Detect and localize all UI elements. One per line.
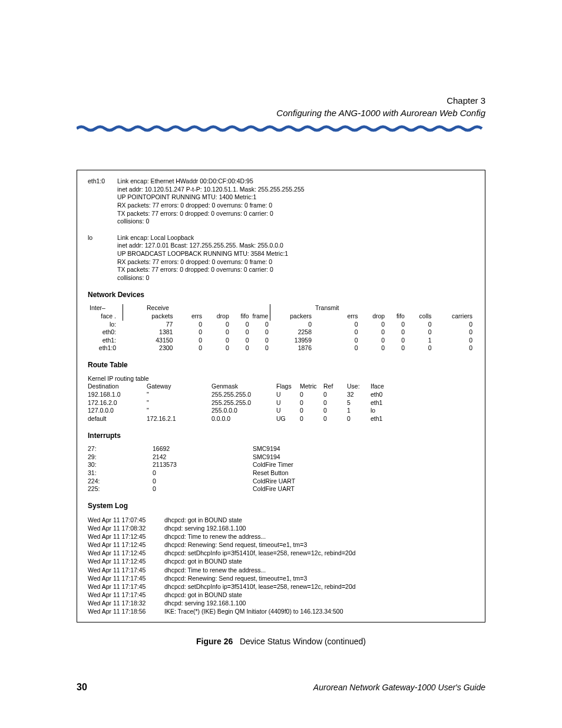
route-row: 172.16.2.0"255.255.255.0U005eth1	[88, 399, 394, 407]
section-interrupts: Interrupts	[88, 431, 474, 441]
syslog-message: dhcpcd: Time to renew the address...	[164, 566, 266, 574]
interrupt-row: 29:2142SMC9194	[88, 453, 313, 462]
syslog-entry: Wed Apr 11 17:12:45dhcpcd: Renewing: Sen…	[88, 541, 474, 549]
syslog-entry: Wed Apr 11 17:17:45dhcpcd: got in BOUND …	[88, 591, 474, 599]
section-network-devices: Network Devices	[88, 291, 474, 300]
route-row: 127.0.0.0"255.0.0.0U001lo	[88, 407, 394, 415]
syslog-message: dhcpcd: setDhcpInfo ip=3f51410f, lease=2…	[164, 549, 356, 557]
syslog-entry: Wed Apr 11 17:08:32dhcpd: serving 192.16…	[88, 524, 474, 532]
header-transmit: Transmit	[313, 304, 360, 312]
syslog-timestamp: Wed Apr 11 17:12:45	[88, 557, 164, 565]
syslog-timestamp: Wed Apr 11 17:12:45	[88, 541, 164, 549]
figure-label: Figure 26	[196, 637, 233, 646]
route-pretitle: Kernel IP routing table	[88, 375, 474, 383]
syslog-message: dhcpd: serving 192.168.1.100	[164, 524, 246, 532]
system-log: Wed Apr 11 17:07:45dhcpcd: got in BOUND …	[88, 516, 474, 616]
route-header-row: Destination Gateway Genmask Flags Metric…	[88, 383, 394, 391]
figure-text: Device Status Window (continued)	[240, 637, 366, 646]
page: Chapter 3 Configuring the ANG-1000 with …	[0, 0, 562, 728]
syslog-entry: Wed Apr 11 17:12:45dhcpcd: setDhcpInfo i…	[88, 549, 474, 557]
chapter-label: Chapter 3	[77, 94, 485, 107]
syslog-entry: Wed Apr 11 17:07:45dhcpcd: got in BOUND …	[88, 516, 474, 524]
netdev-row: lo:770000000000	[88, 321, 474, 329]
wave-separator	[77, 125, 485, 134]
syslog-message: dhcpcd: got in BOUND state	[164, 516, 242, 524]
interrupts-table: 27:16692SMC919429:2142SMC919430:2113573C…	[88, 445, 313, 493]
network-devices-table: Inter– Receive Transmit face . packets e…	[88, 304, 474, 353]
route-row: default172.16.2.10.0.0.0UG000eth1	[88, 415, 394, 423]
syslog-entry: Wed Apr 11 17:18:56IKE: Trace(*) (IKE) B…	[88, 607, 474, 615]
interrupt-row: 31:0Reset Button	[88, 469, 313, 477]
netdev-row: eth0:13810000225800000	[88, 328, 474, 337]
syslog-entry: Wed Apr 11 17:12:45dhcpcd: got in BOUND …	[88, 557, 474, 565]
header-inter: Inter–	[88, 304, 118, 312]
interface-entry: loLink encap: Local Loopback inet addr: …	[88, 234, 474, 282]
interrupt-row: 30:2113573ColdFire Timer	[88, 461, 313, 469]
status-window: eth1:0Link encap: Ethernet HWaddr 00:D0:…	[77, 170, 485, 622]
interface-list: eth1:0Link encap: Ethernet HWaddr 00:D0:…	[88, 177, 474, 282]
syslog-timestamp: Wed Apr 11 17:07:45	[88, 516, 164, 524]
netdev-header-row: face . packets errs drop fifo frame pack…	[88, 312, 474, 321]
syslog-timestamp: Wed Apr 11 17:18:56	[88, 607, 164, 615]
syslog-message: dhcpcd: setDhcpInfo ip=3f51410f, lease=2…	[164, 582, 356, 591]
syslog-timestamp: Wed Apr 11 17:12:45	[88, 532, 164, 541]
interrupt-row: 225:0ColdFire UART	[88, 485, 313, 493]
interface-name: eth1:0	[88, 177, 117, 226]
route-table: Destination Gateway Genmask Flags Metric…	[88, 383, 394, 423]
syslog-entry: Wed Apr 11 17:18:32dhcpd: serving 192.16…	[88, 599, 474, 607]
syslog-message: dhcpcd: got in BOUND state	[164, 557, 242, 565]
syslog-message: dhcpcd: Renewing: Send request, timeout=…	[164, 541, 307, 549]
interface-entry: eth1:0Link encap: Ethernet HWaddr 00:D0:…	[88, 177, 474, 226]
page-header: Chapter 3 Configuring the ANG-1000 with …	[77, 94, 485, 119]
interface-detail: Link encap: Ethernet HWaddr 00:D0:CF:00:…	[117, 177, 474, 226]
interface-name: lo	[88, 234, 117, 282]
header-receive: Receive	[123, 304, 204, 312]
syslog-entry: Wed Apr 11 17:17:45dhcpcd: Renewing: Sen…	[88, 574, 474, 582]
syslog-entry: Wed Apr 11 17:12:45dhcpcd: Time to renew…	[88, 532, 474, 541]
route-row: 192.168.1.0"255.255.255.0U0032eth0	[88, 391, 394, 399]
page-footer: 30 Aurorean Network Gateway-1000 User's …	[77, 682, 485, 693]
netdev-row: eth1:023000000187600000	[88, 344, 474, 353]
guide-title: Aurorean Network Gateway-1000 User's Gui…	[313, 683, 485, 692]
syslog-message: dhcpcd: got in BOUND state	[164, 591, 242, 599]
syslog-entry: Wed Apr 11 17:17:45dhcpcd: Time to renew…	[88, 566, 474, 574]
interrupt-row: 224:0ColdRire UART	[88, 477, 313, 486]
syslog-message: dhcpcd: Renewing: Send request, timeout=…	[164, 574, 307, 582]
syslog-timestamp: Wed Apr 11 17:12:45	[88, 549, 164, 557]
interrupt-row: 27:16692SMC9194	[88, 445, 313, 453]
syslog-timestamp: Wed Apr 11 17:17:45	[88, 566, 164, 574]
syslog-message: dhcpd: serving 192.168.1.100	[164, 599, 246, 607]
figure-caption: Figure 26 Device Status Window (continue…	[77, 637, 485, 646]
netdev-row: eth1:4315000001395900010	[88, 337, 474, 345]
syslog-timestamp: Wed Apr 11 17:18:32	[88, 599, 164, 607]
syslog-message: dhcpcd: Time to renew the address...	[164, 532, 266, 541]
section-route-table: Route Table	[88, 361, 474, 370]
syslog-message: IKE: Trace(*) (IKE) Begin QM Initiator (…	[164, 607, 343, 615]
syslog-timestamp: Wed Apr 11 17:17:45	[88, 574, 164, 582]
syslog-timestamp: Wed Apr 11 17:08:32	[88, 524, 164, 532]
syslog-timestamp: Wed Apr 11 17:17:45	[88, 582, 164, 591]
section-system-log: System Log	[88, 502, 474, 511]
syslog-timestamp: Wed Apr 11 17:17:45	[88, 591, 164, 599]
chapter-subtitle: Configuring the ANG-1000 with Aurorean W…	[77, 107, 485, 119]
page-number: 30	[77, 682, 87, 693]
interface-detail: Link encap: Local Loopback inet addr: 12…	[117, 234, 474, 282]
syslog-entry: Wed Apr 11 17:17:45dhcpcd: setDhcpInfo i…	[88, 582, 474, 591]
